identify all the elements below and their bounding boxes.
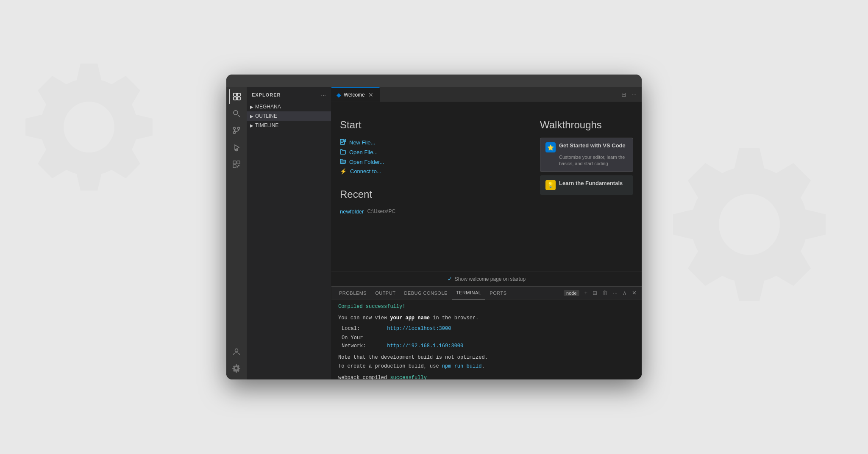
recent-title: Recent — [340, 188, 515, 200]
svg-rect-1 — [237, 93, 240, 96]
connect-to-label: Connect to... — [350, 168, 381, 174]
activity-bar — [226, 87, 247, 379]
sidebar: EXPLORER ··· ▶ MEGHANA ▶ OUTLINE ▶ TIMEL… — [247, 87, 331, 379]
chevron-right-icon: ▶ — [250, 105, 253, 109]
svg-rect-14 — [237, 161, 240, 164]
walkthrough-get-started[interactable]: ⭐ Get Started with VS Code Customize you… — [540, 138, 633, 172]
panel-tab-problems[interactable]: PROBLEMS — [335, 287, 371, 299]
note2-text: To create a production build, use npm ru… — [338, 363, 485, 369]
panel-tab-debug-console[interactable]: DEBUG CONSOLE — [400, 287, 451, 299]
start-section: Start — [340, 119, 515, 176]
welcome-tab-close[interactable]: ✕ — [367, 91, 374, 98]
svg-rect-13 — [233, 161, 236, 164]
panel-close-icon[interactable]: ✕ — [630, 289, 638, 297]
chevron-right-icon-timeline: ▶ — [250, 123, 253, 128]
welcome-content: Start — [331, 102, 642, 271]
sidebar-title: EXPLORER — [252, 92, 281, 97]
title-bar — [226, 75, 642, 87]
terminal-label: node — [564, 290, 579, 296]
local-label: Local: — [342, 325, 384, 333]
panel-tab-ports[interactable]: PORTS — [485, 287, 511, 299]
welcome-left: Start — [340, 119, 515, 216]
open-folder-label: Open Folder... — [349, 159, 384, 165]
walkthrough-get-started-title: Get Started with VS Code — [559, 142, 626, 149]
search-activity-icon[interactable] — [229, 106, 244, 121]
walkthrough-fundamentals-title: Learn the Fundamentals — [559, 180, 623, 187]
recent-item-name: newfolder — [340, 208, 364, 215]
sidebar-section-meghana[interactable]: ▶ MEGHANA — [247, 102, 331, 111]
recent-item[interactable]: newfolder C:\Users\PC — [340, 207, 515, 216]
walkthrough-star-icon: ⭐ — [545, 142, 556, 152]
bg-gear-right — [673, 148, 826, 301]
tab-bar: ◆ Welcome ✕ ⊟ ··· — [331, 87, 642, 102]
source-control-activity-icon[interactable] — [229, 123, 244, 138]
compiled-success-text: Compiled successfully! — [338, 304, 405, 310]
svg-point-16 — [235, 349, 238, 352]
split-editor-icon[interactable]: ⊟ — [620, 90, 628, 99]
panel-actions: node + ⊟ 🗑 ··· ∧ ✕ — [564, 289, 638, 297]
accounts-activity-icon[interactable] — [229, 344, 244, 359]
webpack-text: webpack compiled successfully — [338, 375, 427, 379]
more-actions-icon[interactable]: ··· — [630, 90, 638, 99]
extensions-activity-icon[interactable] — [229, 157, 244, 172]
view-in-browser-text: You can now view your_app_name in the br… — [338, 315, 479, 321]
panel-tabs: PROBLEMS OUTPUT DEBUG CONSOLE TERMINAL P… — [331, 287, 642, 299]
svg-rect-15 — [233, 165, 236, 168]
panel-tab-output[interactable]: OUTPUT — [371, 287, 400, 299]
network-url[interactable]: http://192.168.1.169:3000 — [387, 343, 463, 349]
svg-point-4 — [234, 111, 238, 115]
sidebar-more-icon[interactable]: ··· — [321, 91, 326, 98]
open-folder-link[interactable]: Open Folder... — [340, 157, 515, 167]
connect-icon: ⚡ — [340, 168, 347, 174]
new-file-icon — [340, 139, 346, 146]
connect-to-link[interactable]: ⚡ Connect to... — [340, 167, 515, 176]
start-title: Start — [340, 119, 515, 131]
walkthroughs-title: Walkthroughs — [540, 119, 633, 131]
new-file-link[interactable]: New File... — [340, 138, 515, 147]
svg-point-6 — [234, 127, 236, 130]
footer-checkbox-label: Show welcome page on startup — [455, 276, 526, 282]
run-debug-activity-icon[interactable] — [229, 140, 244, 155]
local-url[interactable]: http://localhost:3000 — [387, 326, 451, 332]
walkthrough-fundamentals[interactable]: 💡 Learn the Fundamentals — [540, 175, 633, 195]
svg-line-5 — [238, 115, 240, 117]
panel-area: PROBLEMS OUTPUT DEBUG CONSOLE TERMINAL P… — [331, 286, 642, 379]
svg-rect-3 — [237, 97, 240, 100]
bg-gear-left — [25, 64, 153, 191]
svg-point-8 — [234, 132, 236, 134]
sidebar-section-timeline[interactable]: ▶ TIMELINE — [247, 121, 331, 130]
settings-activity-icon[interactable] — [229, 361, 244, 376]
open-file-icon — [340, 149, 346, 156]
welcome-footer: ✓ Show welcome page on startup — [331, 271, 642, 286]
welcome-right: Walkthroughs ⭐ Get Started with VS Code … — [540, 119, 633, 216]
open-folder-icon — [340, 158, 346, 166]
sidebar-section-outline[interactable]: ▶ OUTLINE — [247, 111, 331, 121]
panel-split-icon[interactable]: ⊟ — [591, 289, 599, 297]
footer-check-icon: ✓ — [448, 276, 452, 282]
terminal-content: Compiled successfully! You can now view … — [331, 299, 642, 379]
walkthrough-get-started-desc: Customize your editor, learn the basics,… — [545, 154, 628, 167]
panel-collapse-icon[interactable]: ∧ — [621, 289, 629, 297]
welcome-tab-icon: ◆ — [337, 91, 341, 98]
svg-point-7 — [238, 127, 240, 130]
explorer-activity-icon[interactable] — [229, 89, 244, 104]
recent-section: Recent newfolder C:\Users\PC — [340, 188, 515, 216]
open-file-link[interactable]: Open File... — [340, 147, 515, 157]
panel-more-icon[interactable]: ··· — [611, 289, 619, 297]
chevron-right-icon-outline: ▶ — [250, 114, 253, 119]
editor-area: ◆ Welcome ✕ ⊟ ··· Start — [331, 87, 642, 379]
welcome-tab-label: Welcome — [344, 92, 365, 98]
recent-item-path: C:\Users\PC — [367, 208, 395, 215]
vscode-window: EXPLORER ··· ▶ MEGHANA ▶ OUTLINE ▶ TIMEL… — [226, 75, 642, 379]
welcome-tab[interactable]: ◆ Welcome ✕ — [331, 87, 380, 102]
network-label: On Your Network: — [342, 334, 384, 350]
main-layout: EXPLORER ··· ▶ MEGHANA ▶ OUTLINE ▶ TIMEL… — [226, 87, 642, 379]
svg-rect-2 — [234, 97, 236, 100]
sidebar-header: EXPLORER ··· — [247, 87, 331, 102]
svg-rect-0 — [234, 93, 236, 96]
panel-tab-terminal[interactable]: TERMINAL — [452, 287, 486, 299]
panel-add-terminal-icon[interactable]: + — [583, 289, 590, 297]
panel-trash-icon[interactable]: 🗑 — [601, 289, 609, 297]
walkthrough-bulb-icon: 💡 — [545, 180, 556, 190]
new-file-label: New File... — [349, 139, 375, 146]
